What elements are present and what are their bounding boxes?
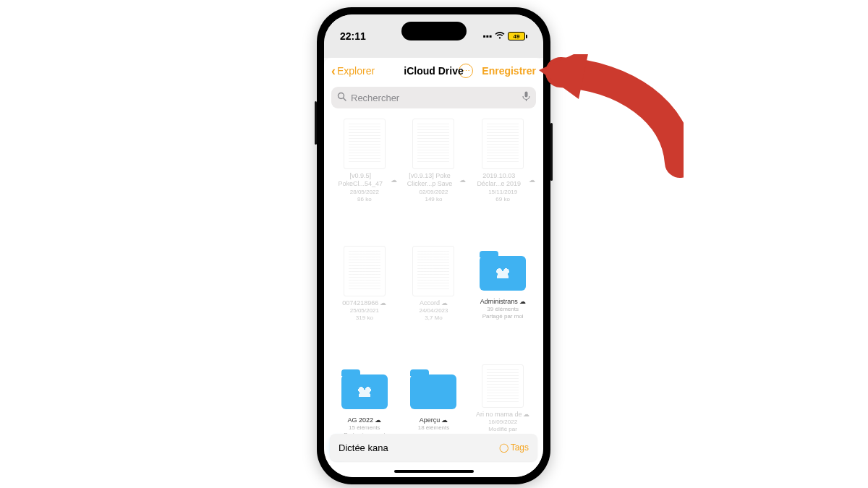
save-sheet: ‹ Explorer iCloud Drive ⋯ Enregistrer Re…	[324, 58, 543, 477]
file-name: 0074218966 ☁︎	[342, 299, 386, 307]
nav-bar: ‹ Explorer iCloud Drive ⋯ Enregistrer	[324, 58, 543, 84]
cloud-download-icon: ☁︎	[375, 416, 381, 424]
tag-icon: ◯	[499, 442, 509, 453]
file-meta: 319 ko	[356, 314, 373, 322]
file-item[interactable]: 2019.10.03 Déclar...e 2019 ☁︎15/11/20196…	[469, 116, 536, 240]
file-meta: 15/11/2019	[488, 189, 517, 196]
folder-icon	[410, 374, 456, 409]
tags-button[interactable]: ◯ Tags	[499, 442, 529, 453]
file-name: [v0.9.5] PokeCl...54_47 ☁︎	[332, 172, 397, 189]
status-time: 22:11	[340, 30, 366, 42]
phone-frame: 22:11 ▪▪▪ 49 ‹ Explorer iCloud Drive	[317, 7, 550, 484]
search-icon	[337, 92, 346, 103]
file-meta: Partagé par moi	[482, 313, 524, 320]
file-meta: 02/09/2022	[419, 189, 448, 196]
cloud-download-icon: ☁︎	[459, 176, 466, 184]
doc-thumbnail	[482, 119, 524, 169]
file-meta: 149 ko	[425, 196, 442, 203]
filename-input[interactable]: Dictée kana	[339, 442, 388, 453]
file-meta: 16/09/2022	[488, 419, 517, 426]
file-meta: 39 éléments	[487, 306, 519, 313]
dynamic-island	[401, 22, 467, 40]
cloud-download-icon: ☁︎	[441, 299, 448, 307]
file-item[interactable]: [v0.9.13] Poke Clicker...p Save ☁︎02/09/…	[401, 116, 467, 240]
file-meta: 25/05/2021	[350, 307, 379, 314]
file-name: AG 2022 ☁︎	[348, 416, 382, 424]
file-meta: 28/05/2022	[350, 189, 379, 196]
file-item[interactable]: Administrans ☁︎39 élémentsPartagé par mo…	[469, 243, 536, 359]
search-placeholder: Rechercher	[351, 93, 399, 103]
doc-thumbnail	[482, 364, 524, 408]
file-grid[interactable]: [v0.9.5] PokeCl...54_47 ☁︎28/05/202286 k…	[324, 113, 543, 477]
file-item[interactable]: 0074218966 ☁︎25/05/2021319 ko	[331, 243, 398, 359]
back-button[interactable]: ‹ Explorer	[331, 64, 375, 77]
file-name: [v0.9.13] Poke Clicker...p Save ☁︎	[401, 172, 466, 189]
tags-label: Tags	[511, 442, 529, 453]
search-field[interactable]: Rechercher	[331, 87, 536, 108]
cloud-download-icon: ☁︎	[380, 299, 386, 307]
file-name: 2019.10.03 Déclar...e 2019 ☁︎	[470, 172, 535, 189]
doc-thumbnail	[344, 246, 386, 296]
file-item[interactable]: [v0.9.5] PokeCl...54_47 ☁︎28/05/202286 k…	[331, 116, 398, 240]
file-name: Accord ☁︎	[420, 299, 448, 307]
file-name: Ari no mama de ☁︎	[476, 411, 530, 419]
home-indicator[interactable]	[394, 470, 474, 473]
back-label: Explorer	[337, 65, 375, 77]
cloud-download-icon: ☁︎	[391, 176, 397, 184]
wifi-icon	[495, 31, 505, 41]
cloud-download-icon: ☁︎	[441, 416, 448, 424]
save-button[interactable]: Enregistrer	[482, 65, 536, 77]
screen: 22:11 ▪▪▪ 49 ‹ Explorer iCloud Drive	[324, 14, 543, 477]
battery-indicator: 49	[508, 32, 527, 40]
file-name: Administrans ☁︎	[480, 298, 526, 306]
annotation-arrow	[539, 54, 684, 199]
chevron-left-icon: ‹	[331, 64, 336, 77]
file-meta: 86 ko	[357, 196, 372, 203]
svg-line-1	[344, 98, 346, 101]
shared-folder-icon	[341, 374, 388, 409]
svg-rect-2	[525, 92, 528, 98]
doc-thumbnail	[412, 119, 454, 169]
status-right: ▪▪▪ 49	[482, 31, 527, 41]
cloud-download-icon: ☁︎	[529, 176, 535, 184]
cloud-download-icon: ☁︎	[523, 411, 529, 419]
file-meta: 24/04/2023	[419, 307, 448, 314]
shared-folder-icon	[480, 256, 526, 291]
mic-icon[interactable]	[522, 91, 530, 104]
doc-thumbnail	[412, 246, 454, 296]
file-item[interactable]: Accord ☁︎24/04/20233,7 Mo	[401, 243, 467, 359]
filename-bar[interactable]: Dictée kana ◯ Tags	[330, 434, 537, 461]
file-meta: 15 éléments	[349, 424, 380, 432]
background-gap	[324, 48, 543, 58]
file-meta: 69 ko	[495, 196, 510, 203]
cellular-signal-icon: ▪▪▪	[482, 31, 492, 41]
file-meta: Modifié par	[488, 426, 517, 433]
cloud-download-icon: ☁︎	[519, 298, 526, 306]
file-name: Aperçu ☁︎	[420, 416, 448, 424]
doc-thumbnail	[344, 119, 386, 169]
file-meta: 18 éléments	[418, 424, 450, 432]
nav-title: iCloud Drive	[404, 65, 463, 77]
file-meta: 3,7 Mo	[425, 314, 442, 322]
battery-percent: 49	[514, 33, 520, 40]
